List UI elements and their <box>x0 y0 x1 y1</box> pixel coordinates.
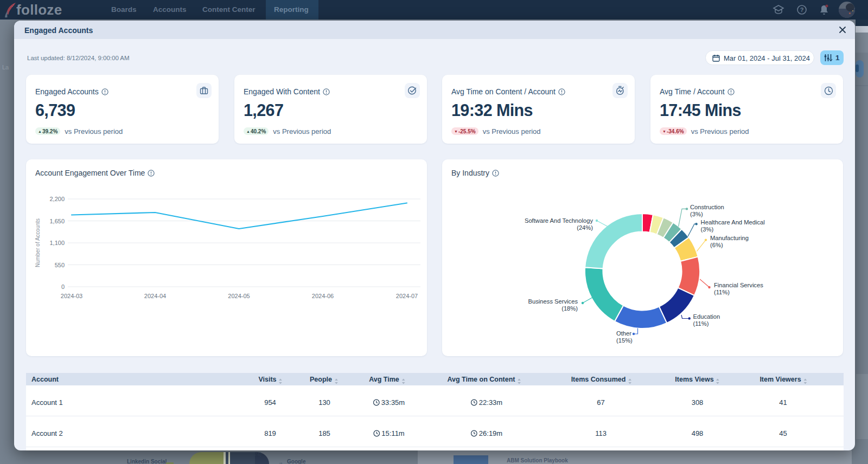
svg-text:2024-05: 2024-05 <box>228 293 250 299</box>
svg-text:(11%): (11%) <box>714 289 730 295</box>
svg-text:Software And Technology: Software And Technology <box>525 217 593 224</box>
svg-text:Business Services: Business Services <box>528 298 578 305</box>
svg-text:(11%): (11%) <box>693 320 709 327</box>
svg-text:(24%): (24%) <box>577 224 593 231</box>
svg-text:(3%): (3%) <box>701 226 714 233</box>
svg-text:Manufacturing: Manufacturing <box>710 235 749 241</box>
svg-text:(15%): (15%) <box>616 337 633 344</box>
svg-text:Financial Services: Financial Services <box>714 282 763 288</box>
svg-text:(6%): (6%) <box>710 242 723 248</box>
svg-text:550: 550 <box>55 262 65 268</box>
svg-text:2024-07: 2024-07 <box>396 293 418 299</box>
svg-text:Healthcare And Medical: Healthcare And Medical <box>701 219 765 225</box>
svg-text:0: 0 <box>61 283 65 290</box>
svg-text:Education: Education <box>693 313 720 320</box>
svg-text:2024-04: 2024-04 <box>144 293 166 299</box>
svg-text:Other: Other <box>616 330 631 337</box>
svg-text:1,650: 1,650 <box>49 218 65 224</box>
svg-text:2,200: 2,200 <box>49 196 65 202</box>
svg-text:2024-06: 2024-06 <box>312 293 334 299</box>
svg-text:(18%): (18%) <box>561 305 578 312</box>
svg-text:2024-03: 2024-03 <box>61 293 82 299</box>
svg-text:Construction: Construction <box>690 204 724 210</box>
svg-text:Number of Accounts: Number of Accounts <box>35 218 41 267</box>
svg-text:1,100: 1,100 <box>49 240 65 246</box>
svg-text:(3%): (3%) <box>690 211 703 217</box>
svg-text:?: ? <box>800 7 804 13</box>
